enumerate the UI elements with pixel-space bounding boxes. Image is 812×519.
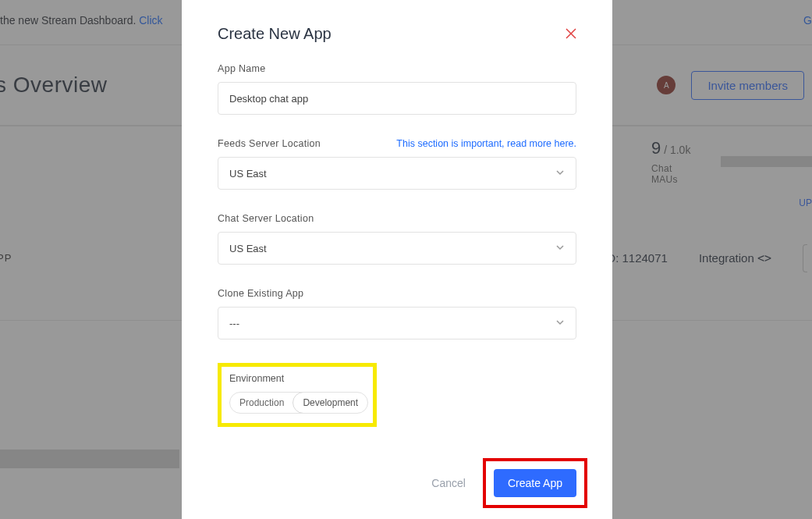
environment-option-production[interactable]: Production (230, 393, 293, 413)
chat-location-value: US East (229, 243, 267, 254)
feeds-location-label: Feeds Server Location (218, 138, 321, 149)
create-app-modal: Create New App App Name Feeds Server Loc… (182, 0, 612, 519)
create-app-highlight-box: Create App (483, 458, 587, 508)
create-app-button[interactable]: Create App (494, 469, 576, 497)
feeds-location-select[interactable]: US East (218, 157, 576, 190)
close-icon[interactable] (566, 27, 576, 41)
clone-app-label: Clone Existing App (218, 288, 303, 299)
clone-app-field: Clone Existing App --- (218, 288, 576, 339)
feeds-location-field: Feeds Server Location This section is im… (218, 138, 576, 190)
chat-location-select[interactable]: US East (218, 232, 576, 265)
chat-location-field: Chat Server Location US East (218, 213, 576, 265)
chevron-down-icon (555, 168, 565, 180)
feeds-help-link[interactable]: This section is important, read more her… (396, 138, 576, 149)
clone-app-select[interactable]: --- (218, 307, 576, 339)
environment-option-development[interactable]: Development (293, 392, 368, 414)
chevron-down-icon (555, 243, 565, 254)
environment-label: Environment (229, 373, 365, 384)
chevron-down-icon (555, 318, 565, 329)
clone-app-value: --- (229, 318, 239, 329)
app-name-input[interactable] (218, 82, 576, 115)
modal-title: Create New App (218, 25, 332, 43)
feeds-location-value: US East (229, 168, 267, 180)
environment-toggle[interactable]: Production Development (229, 392, 368, 414)
cancel-button[interactable]: Cancel (419, 469, 478, 497)
chat-location-label: Chat Server Location (218, 213, 314, 224)
app-name-field: App Name (218, 63, 576, 115)
app-name-label: App Name (218, 63, 265, 74)
environment-highlight-box: Environment Production Development (218, 363, 377, 427)
